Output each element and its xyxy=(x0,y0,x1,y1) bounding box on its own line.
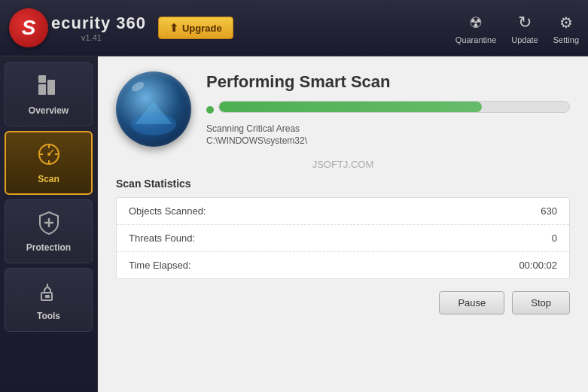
logo-text: ecurity Security 360360 v1.41 xyxy=(51,14,146,42)
stats-row-threats: Threats Found: 0 xyxy=(117,225,569,252)
threats-found-label: Threats Found: xyxy=(129,232,497,244)
stats-row-objects: Objects Scanned: 630 xyxy=(117,198,569,225)
stats-section: Scan Statistics Objects Scanned: 630 Thr… xyxy=(116,178,570,279)
svg-rect-14 xyxy=(45,295,50,298)
objects-scanned-label: Objects Scanned: xyxy=(129,205,497,217)
app-title: ecurity Security 360360 xyxy=(51,14,146,33)
setting-action[interactable]: ⚙ Setting xyxy=(553,12,579,44)
stats-table: Objects Scanned: 630 Threats Found: 0 Ti… xyxy=(116,197,570,279)
tools-icon xyxy=(37,279,61,307)
svg-line-9 xyxy=(49,150,53,154)
progress-bar-fill xyxy=(219,102,482,112)
upgrade-arrow-icon: ⬆ xyxy=(169,22,178,34)
scanner-globe xyxy=(116,71,191,147)
scan-status-line: Scanning Critical Areas xyxy=(206,123,570,134)
threats-found-value: 0 xyxy=(497,232,557,244)
overview-label: Overview xyxy=(29,105,69,116)
stats-row-time: Time Elapsed: 00:00:02 xyxy=(117,252,569,278)
header-actions: ☢ Quarantine ↻ Update ⚙ Setting xyxy=(455,12,579,44)
action-buttons: Pause Stop xyxy=(116,291,570,315)
stop-button[interactable]: Stop xyxy=(512,291,570,315)
time-elapsed-value: 00:00:02 xyxy=(497,260,557,271)
main-layout: Overview Scan xyxy=(0,56,588,392)
app-logo-icon: S xyxy=(9,8,48,47)
sidebar: Overview Scan xyxy=(0,56,98,392)
protection-icon xyxy=(37,211,61,239)
objects-scanned-value: 630 xyxy=(497,205,557,217)
sidebar-item-scan[interactable]: Scan xyxy=(5,131,93,195)
overview-icon xyxy=(37,74,61,102)
tools-label: Tools xyxy=(37,311,60,321)
time-elapsed-label: Time Elapsed: xyxy=(129,260,497,271)
watermark-text: JSOFTJ.COM xyxy=(116,159,570,170)
scan-icon xyxy=(37,142,61,170)
svg-rect-0 xyxy=(38,84,46,95)
title-bar: S ecurity Security 360360 v1.41 ⬆ Upgrad… xyxy=(0,0,588,56)
quarantine-action[interactable]: ☢ Quarantine xyxy=(455,12,496,44)
header-text: Performing Smart Scan Scanning Critical … xyxy=(206,72,570,146)
app-version: v1.41 xyxy=(81,33,146,42)
scan-title: Performing Smart Scan xyxy=(206,72,570,92)
sidebar-item-protection[interactable]: Protection xyxy=(5,199,93,263)
upgrade-button[interactable]: ⬆ Upgrade xyxy=(158,17,233,39)
scan-header: Performing Smart Scan Scanning Critical … xyxy=(116,71,570,147)
scan-label: Scan xyxy=(38,174,59,184)
update-action[interactable]: ↻ Update xyxy=(511,12,538,44)
update-icon: ↻ xyxy=(514,12,535,33)
pause-button[interactable]: Pause xyxy=(439,291,504,315)
content-area: Performing Smart Scan Scanning Critical … xyxy=(98,56,588,392)
progress-dot-icon xyxy=(206,106,214,114)
scan-path: C:\WINDOWS\system32\ xyxy=(206,135,570,146)
svg-rect-2 xyxy=(38,75,46,83)
protection-label: Protection xyxy=(26,242,71,253)
svg-rect-1 xyxy=(47,80,55,95)
quarantine-icon: ☢ xyxy=(465,12,486,33)
stats-title: Scan Statistics xyxy=(116,178,570,190)
sidebar-item-overview[interactable]: Overview xyxy=(5,62,93,126)
progress-bar-container xyxy=(218,101,570,113)
sidebar-item-tools[interactable]: Tools xyxy=(5,268,93,332)
scan-lines-graphic xyxy=(135,102,172,124)
setting-icon: ⚙ xyxy=(556,12,577,33)
logo-area: S ecurity Security 360360 v1.41 ⬆ Upgrad… xyxy=(9,8,433,47)
